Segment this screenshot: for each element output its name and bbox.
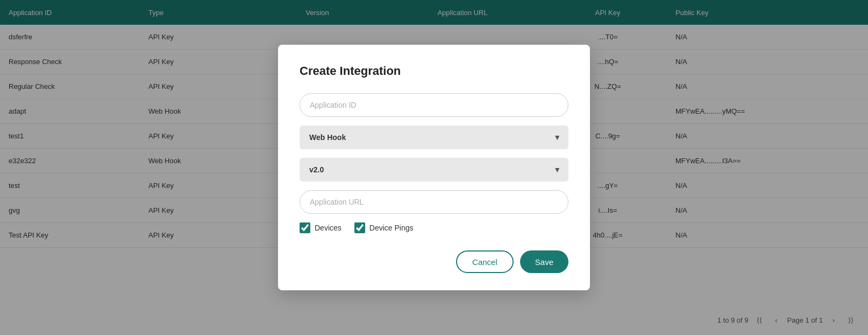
device-pings-checkbox-item: Device Pings — [354, 222, 414, 233]
modal-overlay: Create Integration Web Hook API Key ▼ v2… — [0, 0, 868, 335]
devices-checkbox-item: Devices — [300, 222, 341, 233]
devices-label: Devices — [315, 224, 341, 232]
device-pings-label: Device Pings — [369, 224, 414, 232]
save-button[interactable]: Save — [520, 250, 568, 273]
version-select[interactable]: v2.0 v1.0 — [300, 158, 568, 182]
app-url-input[interactable] — [300, 190, 568, 214]
checkboxes-row: Devices Device Pings — [300, 222, 568, 233]
version-select-wrapper: v2.0 v1.0 ▼ — [300, 158, 568, 182]
cancel-button[interactable]: Cancel — [456, 250, 514, 273]
app-id-input[interactable] — [300, 93, 568, 117]
modal-title: Create Integration — [300, 64, 568, 78]
create-integration-modal: Create Integration Web Hook API Key ▼ v2… — [278, 45, 590, 290]
type-select-wrapper: Web Hook API Key ▼ — [300, 125, 568, 149]
modal-actions: Cancel Save — [300, 250, 568, 273]
app-id-field — [300, 93, 568, 117]
app-url-field — [300, 190, 568, 214]
device-pings-checkbox[interactable] — [354, 222, 365, 233]
type-select[interactable]: Web Hook API Key — [300, 125, 568, 149]
devices-checkbox[interactable] — [300, 222, 310, 233]
